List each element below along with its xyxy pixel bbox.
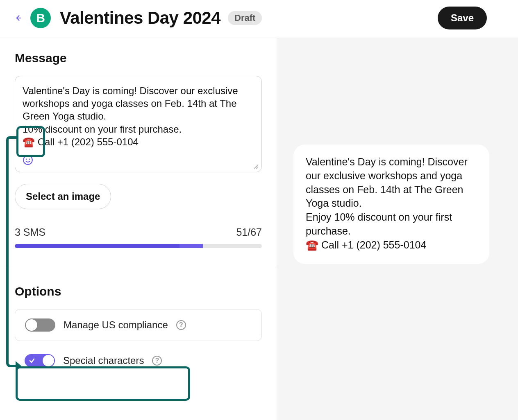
svg-line-3 (254, 165, 258, 168)
sms-counter-row: 3 SMS 51/67 (15, 226, 262, 238)
main-area: Message Valentine's Day is coming! Disco… (0, 38, 518, 420)
save-button[interactable]: Save (438, 7, 487, 29)
help-icon[interactable]: ? (176, 320, 186, 330)
message-editor-box: Valentine's Day is coming! Discover our … (15, 76, 262, 172)
status-badge: Draft (228, 11, 262, 25)
option-label-compliance: Manage US compliance (64, 319, 168, 331)
editor-header: B Valentines Day 2024 Draft Save (0, 0, 518, 38)
option-row-special-chars: Special characters ? (15, 345, 262, 376)
preview-panel: Valentine's Day is coming! Discover our … (277, 38, 518, 420)
message-heading: Message (15, 51, 262, 65)
message-textarea[interactable]: Valentine's Day is coming! Discover our … (23, 84, 253, 148)
toggle-us-compliance[interactable] (25, 318, 55, 332)
sms-progress-bar (15, 244, 262, 248)
brand-initial: B (36, 11, 45, 25)
option-label-special: Special characters (63, 355, 144, 366)
char-counter: 51/67 (236, 226, 262, 238)
toggle-knob (26, 319, 37, 331)
toggle-special-characters[interactable] (25, 354, 55, 367)
option-row: Manage US compliance ? (15, 309, 261, 341)
svg-line-4 (256, 167, 258, 169)
svg-point-1 (26, 158, 27, 160)
sms-progress-fill (179, 244, 203, 248)
left-panel: Message Valentine's Day is coming! Disco… (0, 38, 277, 420)
svg-point-2 (29, 158, 30, 160)
brand-avatar: B (30, 8, 51, 28)
svg-point-0 (23, 156, 32, 165)
options-section: Options Manage US compliance ? (15, 268, 262, 376)
emoji-picker-button[interactable] (23, 155, 33, 165)
arrow-left-icon (14, 14, 22, 22)
preview-message-bubble: Valentine's Day is coming! Discover our … (293, 145, 489, 264)
back-button[interactable] (11, 11, 25, 25)
sms-progress-prev (15, 244, 179, 248)
check-icon (29, 357, 35, 364)
sms-count-label: 3 SMS (15, 226, 45, 238)
smiley-icon (23, 155, 33, 165)
option-card-compliance: Manage US compliance ? (15, 309, 262, 341)
options-heading: Options (15, 285, 262, 298)
help-icon[interactable]: ? (152, 356, 162, 366)
page-title: Valentines Day 2024 (60, 8, 220, 28)
toggle-knob (43, 355, 54, 366)
resize-handle-icon[interactable] (253, 164, 259, 169)
select-image-button[interactable]: Select an image (15, 184, 111, 209)
